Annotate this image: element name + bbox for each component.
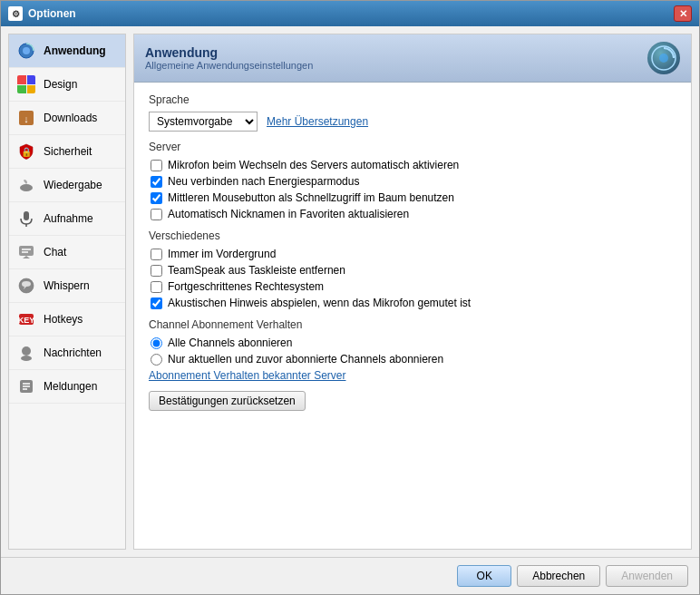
nachrichten-icon <box>16 343 36 363</box>
panel-logo-icon <box>647 42 680 74</box>
panel-subtitle: Allgemeine Anwendungseinstellungen <box>145 60 313 71</box>
panel-body: Sprache Systemvorgabe Mehr Übersetzungen… <box>134 83 691 549</box>
cancel-button[interactable]: Abbrechen <box>517 565 600 587</box>
sidebar-item-meldungen[interactable]: Meldungen <box>9 370 125 404</box>
sidebar-item-sicherheit[interactable]: 🔒 Sicherheit <box>9 135 125 169</box>
sidebar-label-hotkeys: Hotkeys <box>44 313 83 326</box>
sprache-section-label: Sprache <box>149 93 676 106</box>
checkbox-row-7: Fortgeschrittenes Rechtesystem <box>149 280 676 293</box>
channel-link[interactable]: Abonnement Verhalten bekannter Server <box>149 369 345 382</box>
checkbox-row-2: Neu verbinden nach Energiesparmodus <box>149 175 676 188</box>
radio-row-2: Nur aktuellen und zuvor abonnierte Chann… <box>149 353 676 366</box>
hotkeys-icon: KEY <box>16 309 36 329</box>
checkbox-label-4: Automatisch Nicknamen in Favoriten aktua… <box>168 208 409 220</box>
checkbox-row-6: TeamSpeak aus Taskleiste entfernen <box>149 264 676 277</box>
svg-point-22 <box>659 54 668 63</box>
downloads-icon: ↓ <box>16 108 36 128</box>
titlebar: ⚙ Optionen ✕ <box>1 1 699 26</box>
server-section-label: Server <box>149 141 676 153</box>
sicherheit-icon: 🔒 <box>16 141 36 161</box>
radio-row-1: Alle Channels abonnieren <box>149 337 676 349</box>
checkbox-row-3: Mittleren Mousebutton als Schnellzugriff… <box>149 191 676 204</box>
radio-label-2: Nur aktuellen und zuvor abonnierte Chann… <box>168 353 443 366</box>
sidebar-item-aufnahme[interactable]: Aufnahme <box>9 202 125 236</box>
checkbox-label-7: Fortgeschrittenes Rechtesystem <box>168 280 324 293</box>
panel-title: Anwendung <box>145 45 313 60</box>
checkbox-mikrofon[interactable] <box>151 160 162 171</box>
sidebar-label-whispern: Whispern <box>44 279 90 292</box>
svg-text:↓: ↓ <box>24 113 29 124</box>
sprache-dropdown[interactable]: Systemvorgabe <box>149 112 258 132</box>
anwendung-icon <box>16 41 36 61</box>
options-window: ⚙ Optionen ✕ Anwendung <box>0 0 700 595</box>
sidebar-item-design[interactable]: Design <box>9 68 125 102</box>
aufnahme-icon <box>16 209 36 229</box>
sidebar-label-meldungen: Meldungen <box>44 380 97 393</box>
sidebar-item-whispern[interactable]: Whispern <box>9 269 125 303</box>
panel-header: Anwendung Allgemeine Anwendungseinstellu… <box>134 34 691 83</box>
checkbox-nicknamen[interactable] <box>151 209 162 220</box>
svg-text:KEY: KEY <box>18 316 35 325</box>
checkbox-row-8: Akustischen Hinweis abspielen, wenn das … <box>149 297 676 309</box>
window-icon: ⚙ <box>8 6 23 21</box>
main-content: Anwendung Design ↓ Downloads <box>1 26 699 557</box>
sidebar-label-aufnahme: Aufnahme <box>44 212 93 225</box>
checkbox-row-4: Automatisch Nicknamen in Favoriten aktua… <box>149 208 676 220</box>
checkbox-label-8: Akustischen Hinweis abspielen, wenn das … <box>168 297 471 309</box>
checkbox-label-3: Mittleren Mousebutton als Schnellzugriff… <box>168 191 454 204</box>
sidebar-item-wiedergabe[interactable]: Wiedergabe <box>9 169 125 202</box>
sidebar-item-downloads[interactable]: ↓ Downloads <box>9 102 125 135</box>
checkbox-label-6: TeamSpeak aus Taskleiste entfernen <box>168 264 345 277</box>
titlebar-left: ⚙ Optionen <box>8 6 76 21</box>
meldungen-icon <box>16 376 36 396</box>
window-title: Optionen <box>28 7 76 20</box>
design-icon <box>16 74 36 94</box>
sidebar-label-wiedergabe: Wiedergabe <box>44 179 102 191</box>
button-row: Bestätigungen zurücksetzen <box>149 391 676 411</box>
svg-rect-9 <box>19 246 34 256</box>
chat-icon <box>16 242 36 262</box>
radio-label-1: Alle Channels abonnieren <box>168 337 292 349</box>
sidebar: Anwendung Design ↓ Downloads <box>8 34 126 550</box>
sidebar-item-nachrichten[interactable]: Nachrichten <box>9 337 125 370</box>
sidebar-item-hotkeys[interactable]: KEY Hotkeys <box>9 303 125 337</box>
checkbox-row-5: Immer im Vordergrund <box>149 248 676 260</box>
reset-button[interactable]: Bestätigungen zurücksetzen <box>149 391 306 411</box>
svg-rect-7 <box>24 211 29 220</box>
checkbox-label-5: Immer im Vordergrund <box>168 248 276 260</box>
svg-point-16 <box>21 356 32 361</box>
apply-button[interactable]: Anwenden <box>606 565 688 587</box>
footer: OK Abbrechen Anwenden <box>1 557 699 594</box>
sidebar-label-anwendung: Anwendung <box>44 44 106 57</box>
radio-nur-aktuellen[interactable] <box>151 354 162 366</box>
radio-alle-channels[interactable] <box>151 337 162 349</box>
sidebar-label-nachrichten: Nachrichten <box>44 346 102 359</box>
svg-text:🔒: 🔒 <box>21 146 33 158</box>
sidebar-label-design: Design <box>44 78 77 91</box>
sidebar-label-downloads: Downloads <box>44 112 97 124</box>
sidebar-item-anwendung[interactable]: Anwendung <box>9 34 125 68</box>
channel-section-label: Channel Abonnement Verhalten <box>149 318 676 331</box>
svg-point-15 <box>22 346 31 356</box>
wiedergabe-icon <box>16 175 36 195</box>
sidebar-item-chat[interactable]: Chat <box>9 236 125 269</box>
checkbox-rechtesystem[interactable] <box>151 281 162 293</box>
sprache-row: Systemvorgabe Mehr Übersetzungen <box>149 112 676 132</box>
sidebar-label-sicherheit: Sicherheit <box>44 145 92 158</box>
checkbox-mousebutton[interactable] <box>151 192 162 204</box>
checkbox-row-1: Mikrofon beim Wechseln des Servers autom… <box>149 159 676 171</box>
checkbox-taskleiste[interactable] <box>151 265 162 277</box>
mehr-uebersetzungen-link[interactable]: Mehr Übersetzungen <box>267 115 368 128</box>
checkbox-neu-verbinden[interactable] <box>151 176 162 188</box>
checkbox-label-2: Neu verbinden nach Energiesparmodus <box>168 175 359 188</box>
checkbox-vordergrund[interactable] <box>151 249 162 260</box>
checkbox-akustisch[interactable] <box>151 298 162 309</box>
close-button[interactable]: ✕ <box>674 5 692 22</box>
panel-header-info: Anwendung Allgemeine Anwendungseinstellu… <box>145 45 313 71</box>
verschiedenes-section-label: Verschiedenes <box>149 229 676 242</box>
ok-button[interactable]: OK <box>457 565 511 587</box>
main-panel: Anwendung Allgemeine Anwendungseinstellu… <box>133 34 692 550</box>
whispern-icon <box>16 276 36 296</box>
sidebar-label-chat: Chat <box>44 246 66 258</box>
svg-point-1 <box>23 47 30 54</box>
